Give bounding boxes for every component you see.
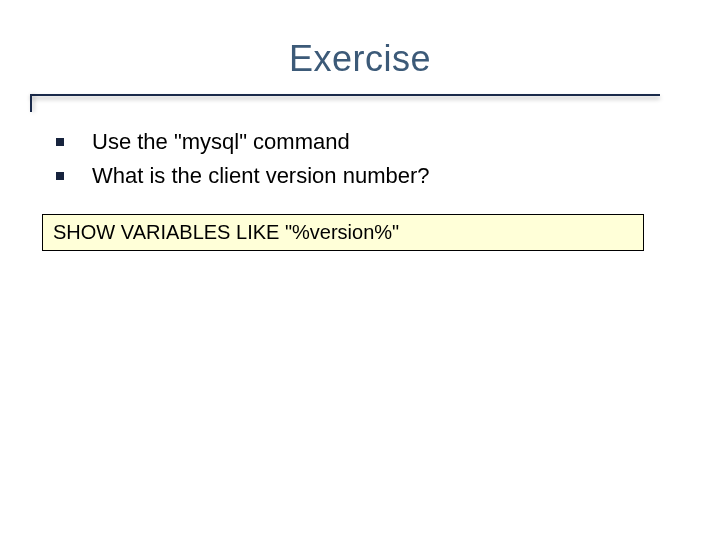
list-item: What is the client version number? [56,162,656,190]
square-bullet-icon [56,138,64,146]
bullet-text: Use the "mysql" command [92,128,350,156]
slide-title: Exercise [289,38,431,79]
bullet-text: What is the client version number? [92,162,430,190]
list-item: Use the "mysql" command [56,128,656,156]
bullet-list: Use the "mysql" command What is the clie… [56,128,656,196]
title-area: Exercise [0,38,720,80]
title-underline-tail [30,94,32,112]
code-text: SHOW VARIABLES LIKE "%version%" [53,221,399,243]
square-bullet-icon [56,172,64,180]
code-box: SHOW VARIABLES LIKE "%version%" [42,214,644,251]
slide: Exercise Use the "mysql" command What is… [0,0,720,540]
title-underline [30,94,660,96]
